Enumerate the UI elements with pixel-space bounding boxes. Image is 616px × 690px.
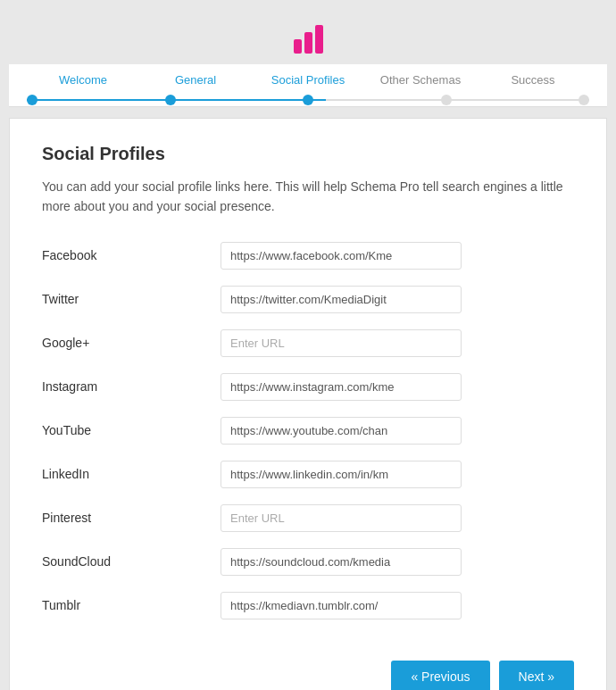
logo-bar-3 <box>315 25 323 54</box>
input-tumblr[interactable] <box>221 592 462 619</box>
form-row-tumblr: Tumblr <box>42 592 574 619</box>
logo-bar-2 <box>304 32 312 54</box>
label-soundcloud: SoundCloud <box>42 554 221 569</box>
page-description: You can add your social profile links he… <box>42 177 574 217</box>
form-row-soundcloud: SoundCloud <box>42 548 574 576</box>
wizard-labels: Welcome General Social Profiles Other Sc… <box>9 73 607 94</box>
form-row-facebook: Facebook <box>42 242 574 270</box>
logo-bar-1 <box>294 39 302 54</box>
form-row-linkedin: LinkedIn <box>42 461 574 488</box>
input-soundcloud[interactable] <box>221 548 462 576</box>
input-youtube[interactable] <box>221 417 462 445</box>
label-linkedin: LinkedIn <box>42 467 221 481</box>
nav-buttons: « Previous Next » <box>42 646 574 690</box>
label-tumblr: Tumblr <box>42 598 221 612</box>
wizard-bar: Welcome General Social Profiles Other Sc… <box>9 64 607 107</box>
page-title: Social Profiles <box>42 144 574 164</box>
wizard-step-social-profiles[interactable]: Social Profiles <box>252 73 364 94</box>
form-row-youtube: YouTube <box>42 417 574 445</box>
wizard-step-success[interactable]: Success <box>477 73 589 94</box>
form-row-googleplus: Google+ <box>42 329 574 357</box>
track-dots <box>27 95 589 105</box>
wizard-step-general[interactable]: General <box>139 73 252 94</box>
input-googleplus[interactable] <box>221 329 462 357</box>
form-row-instagram: Instagram <box>42 373 574 401</box>
logo-area <box>9 9 607 64</box>
input-facebook[interactable] <box>221 242 462 270</box>
label-pinterest: Pinterest <box>42 511 221 525</box>
label-googleplus: Google+ <box>42 336 221 350</box>
input-linkedin[interactable] <box>221 461 462 488</box>
form-row-pinterest: Pinterest <box>42 504 574 532</box>
form-row-twitter: Twitter <box>42 286 574 313</box>
track-dot-2 <box>165 95 176 105</box>
input-pinterest[interactable] <box>221 504 462 532</box>
label-facebook: Facebook <box>42 248 221 262</box>
label-instagram: Instagram <box>42 379 221 394</box>
track-dot-1 <box>27 95 37 105</box>
track-dot-3 <box>303 95 313 105</box>
next-button[interactable]: Next » <box>499 661 574 690</box>
track-dot-4 <box>441 95 452 105</box>
app-wrapper: Welcome General Social Profiles Other Sc… <box>9 9 607 690</box>
wizard-step-welcome[interactable]: Welcome <box>27 73 139 94</box>
social-form: Facebook Twitter Google+ Instagram YouTu… <box>42 242 574 619</box>
input-twitter[interactable] <box>221 286 462 313</box>
label-twitter: Twitter <box>42 292 221 306</box>
wizard-step-other-schemas[interactable]: Other Schemas <box>364 73 477 94</box>
track-dot-5 <box>579 95 589 105</box>
main-card: Social Profiles You can add your social … <box>9 118 607 690</box>
logo-icon <box>294 25 323 54</box>
wizard-track <box>9 94 607 106</box>
input-instagram[interactable] <box>221 373 462 401</box>
previous-button[interactable]: « Previous <box>391 661 489 690</box>
label-youtube: YouTube <box>42 423 221 437</box>
